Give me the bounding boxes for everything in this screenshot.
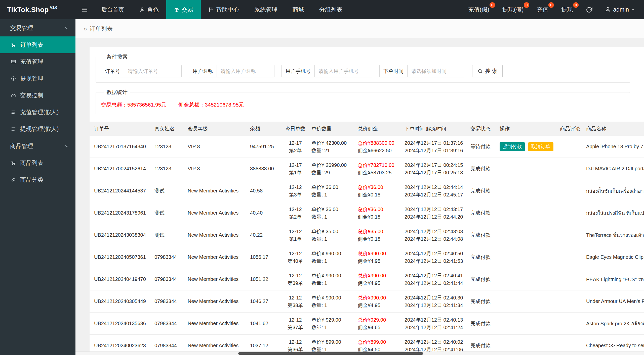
quick-action-button[interactable]: 充值 0 — [530, 0, 555, 19]
cell-real-name: 测试 — [154, 210, 188, 216]
search-field-input[interactable] — [407, 65, 465, 77]
refresh-button[interactable] — [579, 0, 599, 19]
chevron-down-icon — [65, 26, 69, 30]
cell-order-time: 2024年12月17日 00:24:15 — [405, 161, 467, 169]
sidebar-item[interactable]: 商品管理 — [0, 137, 75, 155]
cell-status: 完成付款 — [470, 210, 500, 216]
cell-price-qty: 单价¥ 36.00 数量: 1 — [311, 206, 358, 221]
sidebar-item[interactable]: 交易管理 — [0, 19, 75, 36]
cell-times: 2024年12月12日 02:40:50 2024年12月12日 02:41:5… — [405, 250, 470, 265]
cell-member-level: New Member Activities — [188, 343, 250, 348]
page-title: 订单列表 — [90, 25, 113, 33]
cell-order-time: 2024年12月12日 02:40:41 — [405, 272, 467, 279]
cell-product-name: Under Armour UA Men's P — [586, 298, 644, 304]
cell-balance: 40.40 — [250, 210, 282, 216]
scrollbar-thumb[interactable] — [238, 352, 423, 355]
cell-unfreeze-time: 2024年12月12日 02:41:24 — [405, 324, 467, 331]
cell-status: 等待付款 — [470, 143, 500, 150]
quick-action-button[interactable]: 提现(假) 0 — [496, 0, 530, 19]
cell-day-seq: 第2单 — [282, 147, 308, 154]
cell-total-price: 总价¥782710.00 — [358, 161, 401, 169]
sidebar-item-icon — [10, 160, 17, 166]
cell-day: 12-12 — [282, 183, 308, 191]
cell-total-commission: 总价¥888300.00 佣金¥66622.50 — [358, 139, 405, 154]
cell-day: 12-17 — [282, 161, 308, 169]
quick-actions: 充值(假) 0 提现(假) 0 充值 0 提现 0 — [462, 0, 580, 19]
cell-price-qty: 单价¥ 36.00 数量: 1 — [311, 183, 358, 198]
app-logo[interactable]: TikTok.Shop V3.0 — [0, 0, 75, 19]
search-field-input[interactable] — [314, 65, 372, 77]
cell-price-qty: 单价¥ 990.00 数量: 1 — [311, 250, 358, 265]
sidebar-item[interactable]: 提现管理 — [0, 70, 75, 87]
table-body: UB2412170137164340 123123 VIP 8 947591.2… — [90, 136, 644, 355]
column-header: 下单时间 解冻时间 — [405, 125, 470, 132]
quick-action-button[interactable]: 充值(假) 0 — [462, 0, 496, 19]
search-button[interactable]: 搜 索 — [472, 65, 503, 77]
cell-commission: 佣金¥58703.25 — [358, 169, 401, 176]
column-header: 单价数量 — [311, 125, 358, 132]
cell-order-no: UB2412120240023623 — [94, 343, 154, 348]
cell-total-price: 总价¥929.00 — [358, 316, 401, 324]
sidebar-item[interactable]: 订单列表 — [0, 36, 75, 53]
nav-item-label: 帮助中心 — [216, 6, 239, 14]
nav-item-label: 系统管理 — [254, 6, 277, 14]
sidebar-item[interactable]: 提现管理(假人) — [0, 121, 75, 137]
quick-action-button[interactable]: 提现 0 — [555, 0, 579, 19]
cell-total-price: 总价¥990.00 — [358, 250, 401, 257]
sidebar-item-label: 提现管理 — [20, 75, 43, 82]
sidebar-item-icon — [10, 76, 17, 81]
nav-item-icon — [208, 7, 214, 13]
cell-price-qty: 单价¥ 35.00 数量: 1 — [311, 228, 358, 243]
user-menu[interactable]: admin — [599, 0, 637, 19]
topbar-nav-item[interactable]: 后台首页 — [94, 0, 132, 19]
cell-order-no: UB2412120244144537 — [94, 188, 154, 194]
search-field-input[interactable] — [124, 65, 182, 77]
cell-day: 12-12 — [282, 294, 308, 301]
cell-status: 完成付款 — [470, 298, 500, 305]
cell-order-time: 2024年12月12日 02:40:30 — [405, 294, 467, 301]
sidebar-item[interactable]: 充值管理 — [0, 53, 75, 70]
cell-total-commission: 总价¥990.00 佣金¥4.95 — [358, 294, 405, 309]
cell-day: 12-12 — [282, 338, 308, 346]
table-header: 订单号 真实姓名 会员等级 余额 今日单数 单价数量 总价佣金 下单时间 解冻时… — [90, 122, 644, 136]
stats-panel-legend: 数据统计 — [104, 89, 130, 96]
topbar-nav-item[interactable]: 分组列表 — [312, 0, 350, 19]
cell-total-commission: 总价¥899.00 佣金¥4.50 — [358, 338, 405, 353]
cell-balance: 1041.62 — [250, 321, 282, 326]
sidebar-item-label: 商品分类 — [20, 176, 43, 184]
sidebar-item-label: 充值管理(假人) — [20, 108, 59, 116]
cell-day-seq: 第1单 — [282, 235, 308, 243]
cell-commission: 佣金¥0.18 — [358, 213, 401, 221]
cell-product-name: Eagle Eyes Magnetic Clip-C — [586, 254, 644, 260]
sidebar-item[interactable]: 商品列表 — [0, 155, 75, 171]
topbar-nav-item[interactable]: 商城 — [285, 0, 312, 19]
search-input-group: 用户手机号 — [281, 65, 372, 77]
search-icon — [477, 69, 483, 74]
search-field-input[interactable] — [217, 65, 274, 77]
table-row: UB2412170024152614 123123 VIP 8 888888.0… — [90, 158, 644, 180]
cell-member-level: New Member Activities — [188, 298, 250, 304]
sidebar-item[interactable]: 充值管理(假人) — [0, 104, 75, 121]
cell-real-name: 测试 — [154, 187, 188, 194]
topbar-nav-item[interactable]: 系统管理 — [247, 0, 285, 19]
cell-day-seq: 第38单 — [282, 301, 308, 309]
cancel-order-button[interactable]: 取消订单 — [528, 142, 553, 151]
column-header: 订单号 — [94, 125, 154, 132]
sidebar-toggle-button[interactable] — [75, 0, 94, 19]
sidebar-item[interactable]: 交易控制 — [0, 87, 75, 104]
notification-badge: 0 — [524, 2, 529, 8]
topbar-nav-item[interactable]: 帮助中心 — [201, 0, 247, 19]
topbar-nav-item[interactable]: 交易 — [166, 0, 201, 19]
cell-product-name: Apple iPhone 13 Pro by 7 2 — [586, 144, 644, 149]
cell-price-qty: 单价¥ 26990.00 数量: 29 — [311, 161, 358, 176]
horizontal-scrollbar[interactable] — [75, 351, 644, 355]
cell-day-orders: 12-12 第37单 — [282, 316, 311, 331]
force-pay-button[interactable]: 强制付款 — [500, 142, 525, 151]
topbar-nav-item[interactable]: 角色 — [132, 0, 166, 19]
cell-day-orders: 12-12 第39单 — [282, 272, 311, 287]
sidebar-item-icon — [10, 42, 17, 47]
cell-total-commission: 总价¥782710.00 佣金¥58703.25 — [358, 161, 405, 176]
cell-balance: 1046.27 — [250, 298, 282, 304]
cell-day-seq: 第2单 — [282, 213, 308, 221]
sidebar-item[interactable]: 商品分类 — [0, 171, 75, 188]
